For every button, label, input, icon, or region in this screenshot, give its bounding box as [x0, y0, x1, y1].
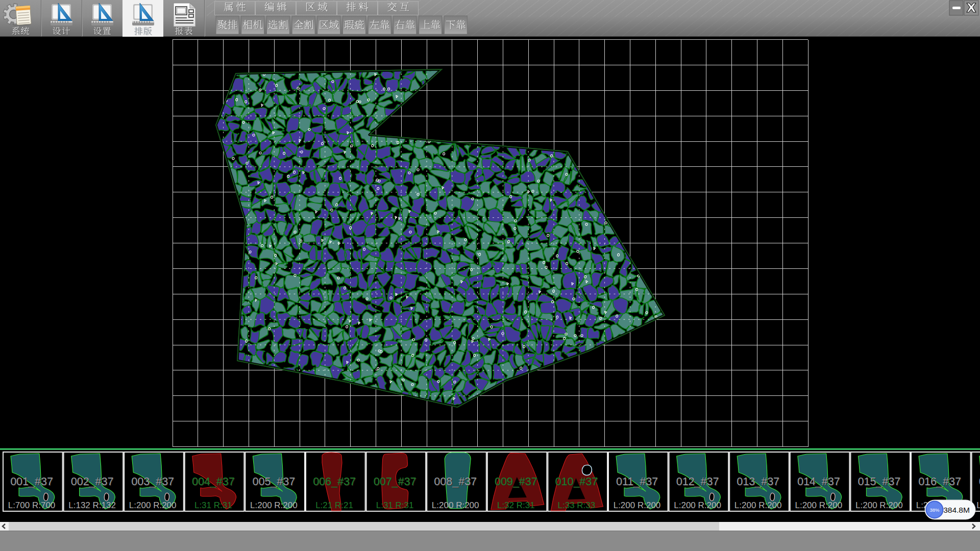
svg-text:L:200 R:200: L:200 R:200	[432, 500, 479, 510]
svg-text:014_#37: 014_#37	[797, 475, 840, 488]
svg-text:384.8M: 384.8M	[943, 506, 970, 514]
svg-text:015_#37: 015_#37	[858, 475, 901, 488]
svg-text:002_#37: 002_#37	[71, 475, 114, 488]
svg-text:L:200 R:200: L:200 R:200	[976, 500, 980, 510]
svg-text:008_#37: 008_#37	[434, 475, 477, 488]
svg-text:L:200 R:200: L:200 R:200	[734, 500, 782, 510]
svg-text:004_#37: 004_#37	[192, 475, 235, 488]
svg-text:005_#37: 005_#37	[253, 475, 296, 488]
svg-text:L:33 R:33: L:33 R:33	[558, 500, 596, 510]
svg-text:012_#37: 012_#37	[676, 475, 719, 488]
svg-text:011_#37: 011_#37	[616, 475, 658, 488]
svg-text:009_#37: 009_#37	[495, 475, 537, 488]
svg-text:L:200 R:200: L:200 R:200	[674, 500, 721, 510]
svg-text:001_#37: 001_#37	[10, 475, 53, 488]
svg-text:L:31 R:31: L:31 R:31	[376, 500, 414, 510]
svg-text:38%: 38%	[929, 507, 940, 513]
svg-text:L:31 R:31: L:31 R:31	[194, 500, 232, 510]
svg-text:010_#37: 010_#37	[555, 475, 598, 488]
svg-text:006_#37: 006_#37	[313, 475, 356, 488]
svg-text:L:200 R:200: L:200 R:200	[614, 500, 661, 510]
svg-text:L:21 R:21: L:21 R:21	[315, 500, 353, 510]
svg-text:L:700 R:700: L:700 R:700	[8, 500, 56, 510]
svg-text:L:32 R:31: L:32 R:31	[497, 500, 535, 510]
svg-text:L:200 R:200: L:200 R:200	[250, 500, 298, 510]
svg-text:016_#37: 016_#37	[918, 475, 961, 488]
svg-text:L:200 R:200: L:200 R:200	[129, 500, 177, 510]
svg-text:013_#37: 013_#37	[737, 475, 779, 488]
svg-text:003_#37: 003_#37	[131, 475, 174, 488]
svg-text:007_#37: 007_#37	[374, 475, 416, 488]
svg-text:L:200 R:200: L:200 R:200	[795, 500, 842, 510]
svg-text:L:200 R:200: L:200 R:200	[855, 500, 903, 510]
svg-text:L:132 R:132: L:132 R:132	[68, 500, 116, 510]
